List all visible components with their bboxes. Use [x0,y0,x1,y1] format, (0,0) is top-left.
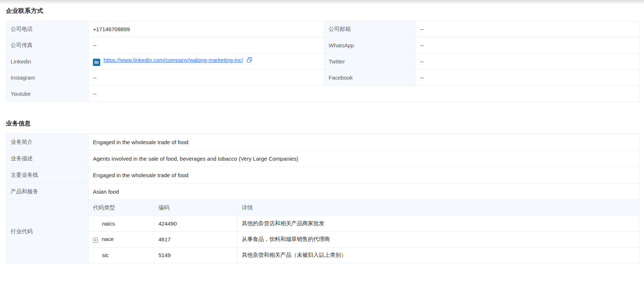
field-value-email: -- [416,21,640,37]
column-header-detail: 详情 [237,200,640,216]
field-value-main-business-line: Engaged in the wholesale trade of food [88,167,640,183]
linkedin-icon: in [93,59,100,66]
column-header-code: 编码 [154,200,237,216]
code-value-sic: 5149 [154,247,237,263]
copy-icon[interactable] [246,57,253,63]
code-value-naics: 424490 [154,216,237,231]
table-row-nace: +nace 4617 从事食品，饮料和烟草销售的代理商 [88,231,640,247]
code-detail-sic: 其他杂货和相关产品（未被归入以上类别） [237,247,640,263]
field-label-products-services: 产品和服务 [6,183,88,200]
code-detail-naics: 其他的杂货店和相关产品商家批发 [237,216,640,231]
table-row-sic: sic 5149 其他杂货和相关产品（未被归入以上类别） [88,247,640,263]
contact-table: 公司电话 +17146708899 公司邮箱 -- 公司传真 -- WhatsA… [6,21,640,102]
table-row: 业务简介 Engaged in the wholesale trade of f… [6,134,640,150]
code-type-nace-label: nace [102,236,114,242]
field-value-linkedin: inhttps://www.linkedin.com/company/walon… [88,54,324,70]
table-row: 公司传真 -- WhatsApp -- [6,37,640,54]
code-type-sic: sic [88,247,154,263]
field-value-instagram: -- [88,70,324,86]
table-row: 主要业务线 Engaged in the wholesale trade of … [6,167,640,183]
code-value-nace: 4617 [154,231,237,247]
field-label-phone: 公司电话 [6,21,88,37]
field-label-twitter: Twitter [324,54,416,70]
field-label-youtube: Youtube [6,86,88,102]
section-title-contact: 企业联系方式 [6,7,640,15]
business-info-table: 业务简介 Engaged in the wholesale trade of f… [6,134,640,263]
field-value-twitter: -- [416,54,640,70]
code-type-nace: +nace [88,231,154,247]
field-label-industry-codes: 行业代码 [6,200,88,263]
code-detail-nace: 从事食品，饮料和烟草销售的代理商 [237,231,640,247]
field-label-fax: 公司传真 [6,37,88,54]
field-label-business-description: 业务描述 [6,150,88,167]
field-value-facebook: -- [416,70,640,86]
table-row-naics: naics 424490 其他的杂货店和相关产品商家批发 [88,216,640,231]
table-row: Youtube -- [6,86,640,102]
field-label-main-business-line: 主要业务线 [6,167,88,183]
field-value-phone: +17146708899 [88,21,324,37]
field-value-business-brief: Engaged in the wholesale trade of food [88,134,640,150]
code-type-naics: naics [88,216,154,231]
field-label-whatsapp: WhatsApp [324,37,416,54]
table-row: Linkedin inhttps://www.linkedin.com/comp… [6,54,640,70]
table-header-row: 代码类型 编码 详情 [88,200,640,216]
field-label-email: 公司邮箱 [324,21,416,37]
table-row: 产品和服务 Asian food [6,183,640,200]
table-row: 公司电话 +17146708899 公司邮箱 -- [6,21,640,37]
top-scroll-shadow [0,0,644,5]
company-detail-page: 企业联系方式 公司电话 +17146708899 公司邮箱 -- 公司传真 --… [0,5,644,263]
expand-plus-icon[interactable]: + [93,238,98,243]
field-value-products-services: Asian food [88,183,640,200]
linkedin-link[interactable]: https://www.linkedin.com/company/walong-… [104,57,243,63]
field-label-business-brief: 业务简介 [6,134,88,150]
field-label-facebook: Facebook [324,70,416,86]
field-label-linkedin: Linkedin [6,54,88,70]
table-row: 行业代码 代码类型 编码 详情 naics 424490 [6,200,640,263]
industry-codes-table: 代码类型 编码 详情 naics 424490 其他的杂货店和相关产品商家批发 [88,200,640,263]
field-value-youtube: -- [88,86,640,102]
section-title-business: 业务信息 [6,120,640,128]
column-header-code-type: 代码类型 [88,200,154,216]
field-value-business-description: Agents involved in the sale of food, bev… [88,150,640,167]
industry-codes-cell: 代码类型 编码 详情 naics 424490 其他的杂货店和相关产品商家批发 [88,200,640,263]
field-label-instagram: Instagram [6,70,88,86]
table-row: 业务描述 Agents involved in the sale of food… [6,150,640,167]
table-row: Instagram -- Facebook -- [6,70,640,86]
field-value-fax: -- [88,37,324,54]
field-value-whatsapp: -- [416,37,640,54]
